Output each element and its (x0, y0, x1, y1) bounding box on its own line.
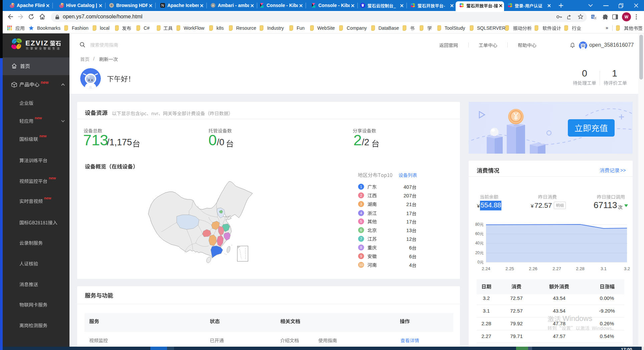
svg-text:1: 1 (360, 185, 362, 189)
svg-text:8: 8 (360, 245, 362, 249)
svg-text:6: 6 (360, 228, 362, 232)
svg-text:10: 10 (359, 263, 363, 267)
svg-text:2: 2 (360, 193, 362, 197)
svg-text:5: 5 (360, 219, 362, 223)
svg-text:9: 9 (360, 254, 362, 258)
svg-text:W: W (625, 15, 629, 19)
svg-text:3: 3 (360, 202, 362, 206)
svg-text:N: N (161, 3, 164, 7)
svg-text:G: G (592, 15, 594, 18)
svg-text:7: 7 (360, 237, 362, 241)
svg-text:4: 4 (360, 211, 362, 215)
